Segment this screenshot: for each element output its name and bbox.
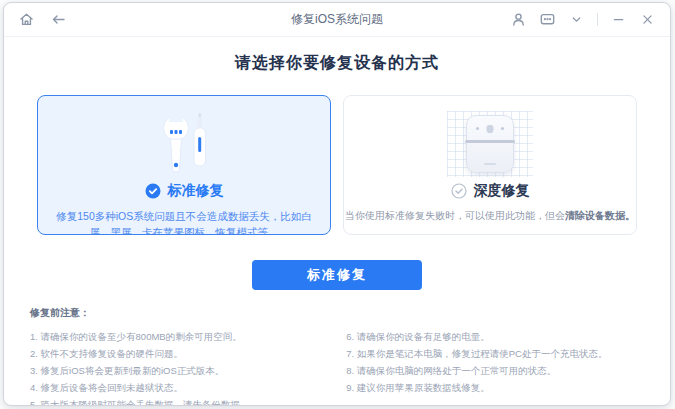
titlebar-right [510, 11, 656, 28]
close-icon[interactable] [639, 11, 656, 28]
device-icon [344, 106, 636, 182]
grid-backdrop [447, 111, 533, 177]
grayed-device-shape [466, 115, 514, 173]
standard-repair-label: 标准修复 [168, 182, 224, 200]
titlebar-left [18, 11, 67, 28]
note-item: 5. 跨大版本降级时可能会丢失数据，请先备份数据 [30, 396, 346, 406]
note-item: 4. 修复后设备将会回到未越狱状态。 [30, 379, 346, 396]
notes-section: 修复前注意： 1. 请确保你的设备至少有800MB的剩余可用空间。 2. 软件不… [30, 306, 656, 406]
check-circle-filled-icon [145, 183, 161, 199]
standard-repair-button[interactable]: 标准修复 [252, 260, 422, 290]
feedback-icon[interactable] [539, 11, 556, 28]
account-icon[interactable] [510, 11, 527, 28]
note-item: 2. 软件不支持修复设备的硬件问题。 [30, 345, 346, 362]
back-icon[interactable] [50, 11, 67, 28]
note-item: 7. 如果你是笔记本电脑，修复过程请使PC处于一个充电状态。 [346, 345, 656, 362]
deep-repair-description: 当你使用标准修复失败时，可以使用此功能，但会清除设备数据。 [344, 208, 636, 224]
notes-header: 修复前注意： [30, 306, 656, 320]
app-window: 修复iOS系统问题 [3, 2, 671, 406]
titlebar: 修复iOS系统问题 [4, 3, 670, 37]
repair-mode-cards: 标准修复 修复150多种iOS系统问题且不会造成数据丢失，比如白屏，黑屏，卡在苹… [37, 95, 637, 235]
card-standard-repair[interactable]: 标准修复 修复150多种iOS系统问题且不会造成数据丢失，比如白屏，黑屏，卡在苹… [37, 95, 331, 235]
note-item: 8. 请确保你电脑的网络处于一个正常可用的状态。 [346, 362, 656, 379]
minimize-icon[interactable] [610, 11, 627, 28]
check-circle-outline-icon [451, 183, 467, 199]
page-title: 请选择你要修复设备的方式 [4, 53, 670, 74]
titlebar-separator [597, 13, 598, 26]
notes-column-right: 6. 请确保你的设备有足够的电量。 7. 如果你是笔记本电脑，修复过程请使PC处… [346, 328, 656, 406]
wrench-screwdriver-icon [38, 106, 330, 182]
chevron-down-icon[interactable] [568, 11, 585, 28]
card-deep-repair[interactable]: 深度修复 当你使用标准修复失败时，可以使用此功能，但会清除设备数据。 [343, 95, 637, 235]
note-item: 9. 建议你用苹果原装数据线修复。 [346, 379, 656, 396]
note-item: 1. 请确保你的设备至少有800MB的剩余可用空间。 [30, 328, 346, 345]
note-item: 3. 修复后iOS将会更新到最新的iOS正式版本。 [30, 362, 346, 379]
standard-repair-label-row: 标准修复 [38, 182, 330, 200]
note-item: 6. 请确保你的设备有足够的电量。 [346, 328, 656, 345]
standard-repair-description: 修复150多种iOS系统问题且不会造成数据丢失，比如白屏，黑屏，卡在苹果图标，恢… [38, 208, 330, 235]
deep-repair-label-row: 深度修复 [344, 182, 636, 200]
home-icon[interactable] [18, 11, 35, 28]
deep-repair-label: 深度修复 [474, 182, 530, 200]
notes-column-left: 1. 请确保你的设备至少有800MB的剩余可用空间。 2. 软件不支持修复设备的… [30, 328, 346, 406]
